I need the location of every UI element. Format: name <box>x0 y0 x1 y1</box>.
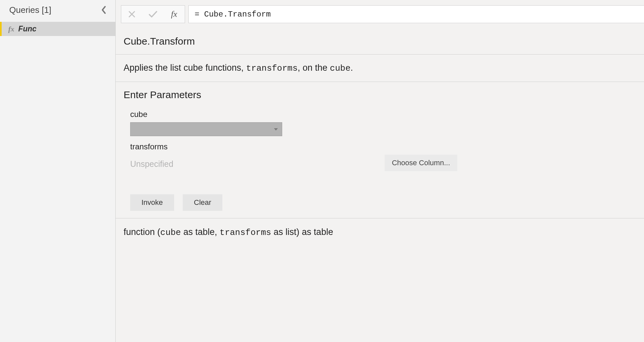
desc-code: cube <box>330 63 350 73</box>
param-label: transforms <box>130 142 457 151</box>
commit-formula-icon[interactable] <box>142 6 164 23</box>
formula-bar-tools: fx <box>121 5 185 23</box>
clear-button[interactable]: Clear <box>183 194 223 211</box>
main-panel: fx = Cube.Transform Cube.Transform Appli… <box>116 0 644 342</box>
desc-text: Applies the list cube functions, <box>124 63 246 73</box>
param-transforms-value: Unspecified <box>130 159 173 169</box>
parameters-heading: Enter Parameters <box>124 89 636 100</box>
chevron-down-icon <box>274 128 278 131</box>
desc-text: . <box>351 63 353 73</box>
desc-code: transforms <box>246 63 298 73</box>
formula-bar-input[interactable]: = Cube.Transform <box>188 5 644 23</box>
param-transforms-row: Unspecified Choose Column... <box>130 155 457 171</box>
collapse-sidebar-icon[interactable] <box>98 4 109 16</box>
queries-sidebar: Queries [1] fx Func <box>0 0 116 342</box>
parameters-section: Enter Parameters cube transforms Unspeci… <box>116 82 644 218</box>
choose-column-button[interactable]: Choose Column... <box>385 155 457 171</box>
cancel-formula-icon[interactable] <box>121 6 142 23</box>
function-description: Applies the list cube functions, transfo… <box>124 62 636 74</box>
desc-text: , on the <box>298 63 330 73</box>
query-item-label: Func <box>18 24 36 33</box>
fx-formula-icon[interactable]: fx <box>164 6 185 23</box>
sig-text: as list) as table <box>271 227 333 237</box>
fx-icon: fx <box>8 25 14 33</box>
param-label: cube <box>130 110 457 119</box>
function-title: Cube.Transform <box>124 36 636 47</box>
formula-bar-row: fx = Cube.Transform <box>116 0 644 28</box>
parameter-actions: Invoke Clear <box>130 194 636 211</box>
param-cube-select[interactable] <box>130 122 282 136</box>
param-transforms: transforms <box>130 142 457 151</box>
sig-code: transforms <box>220 228 271 238</box>
param-cube: cube <box>130 110 457 136</box>
function-title-section: Cube.Transform <box>116 28 644 55</box>
function-description-section: Applies the list cube functions, transfo… <box>116 55 644 82</box>
sig-code: cube <box>160 228 181 238</box>
function-content: Cube.Transform Applies the list cube fun… <box>116 28 644 342</box>
sig-text: as table, <box>181 227 219 237</box>
function-signature: function (cube as table, transforms as l… <box>116 218 644 246</box>
app-root: Queries [1] fx Func fx = Cube.Transform <box>0 0 644 342</box>
sidebar-header: Queries [1] <box>0 0 115 22</box>
query-item-func[interactable]: fx Func <box>0 22 115 36</box>
sig-text: function ( <box>124 227 160 237</box>
invoke-button[interactable]: Invoke <box>130 194 174 211</box>
sidebar-title: Queries [1] <box>9 5 51 15</box>
